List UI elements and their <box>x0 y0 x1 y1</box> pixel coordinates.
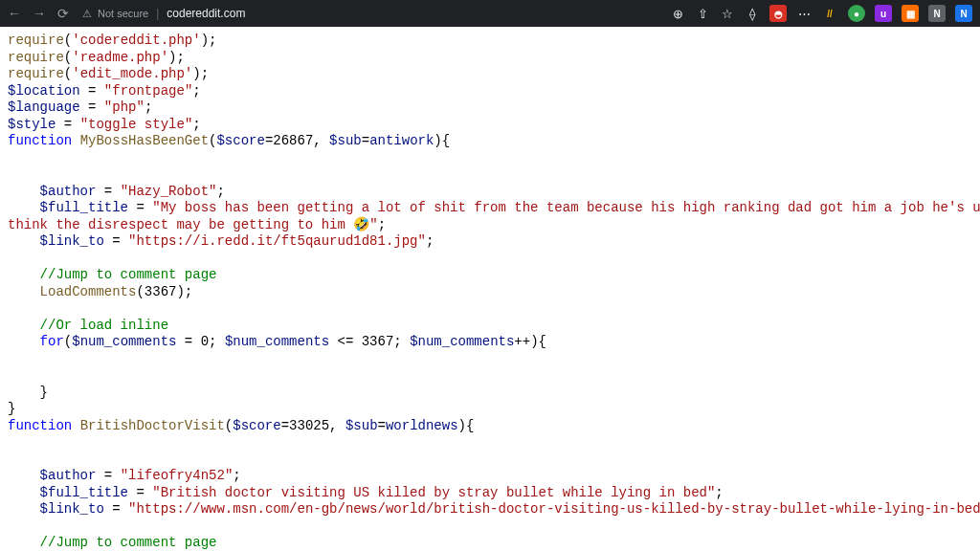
fn2-name: BritishDoctorVisit <box>80 418 225 433</box>
load-comments-call: LoadComments <box>40 284 137 299</box>
comment-jump: //Jump to comment page <box>40 535 217 550</box>
extensions-icon[interactable]: ⟠ <box>745 6 760 21</box>
require-call: require <box>8 66 64 81</box>
var-style: $style <box>8 117 56 132</box>
ext-bars-icon[interactable]: // <box>821 5 838 22</box>
fn1-name: MyBossHasBeenGet <box>80 133 209 148</box>
toolbar-icons: ⊕ ⇧ ☆ ⟠ ◓ ⋯ // ● u ▦ N N <box>670 5 972 22</box>
comment-jump: //Jump to comment page <box>40 267 217 282</box>
insecure-icon: ⚠ <box>82 8 92 20</box>
divider: | <box>154 7 161 20</box>
ext-shield-icon[interactable]: ◓ <box>769 5 787 22</box>
address-bar[interactable]: ⚠ Not secure | codereddit.com <box>82 7 245 20</box>
forward-button[interactable]: → <box>33 6 46 21</box>
var-full-title: $full_title <box>40 485 128 500</box>
var-language: $language <box>8 99 80 115</box>
back-button[interactable]: ← <box>8 6 21 21</box>
share-icon[interactable]: ⇧ <box>695 6 710 21</box>
var-author: $author <box>40 184 97 199</box>
require-call: require <box>8 50 64 65</box>
var-link-to: $link_to <box>40 501 104 517</box>
var-link-to: $link_to <box>40 233 104 249</box>
keyword-function: function <box>8 133 72 148</box>
ext-green-icon[interactable]: ● <box>848 5 865 22</box>
reload-button[interactable]: ⟳ <box>57 6 69 21</box>
insecure-label: Not secure <box>98 8 148 19</box>
browser-chrome: ← → ⟳ ⚠ Not secure | codereddit.com ⊕ ⇧ … <box>0 0 980 27</box>
star-icon[interactable]: ☆ <box>720 6 735 21</box>
comment-inline: //Or load inline <box>40 318 168 333</box>
ext-orange-icon[interactable]: ▦ <box>902 5 919 22</box>
keyword-function: function <box>8 418 72 433</box>
code-content: require('codereddit.php'); require('read… <box>0 27 980 551</box>
zoom-icon[interactable]: ⊕ <box>670 6 685 21</box>
ext-dots-icon[interactable]: ⋯ <box>796 6 812 21</box>
var-full-title: $full_title <box>40 200 128 215</box>
var-author: $author <box>40 468 97 483</box>
ext-purple-icon[interactable]: u <box>875 5 892 22</box>
var-location: $location <box>8 83 80 99</box>
nav-controls: ← → ⟳ <box>8 6 69 21</box>
url-text: codereddit.com <box>167 7 245 20</box>
keyword-for: for <box>40 334 64 349</box>
ext-n2-icon[interactable]: N <box>955 5 972 22</box>
require-call: require <box>8 33 64 48</box>
ext-n1-icon[interactable]: N <box>928 5 946 22</box>
